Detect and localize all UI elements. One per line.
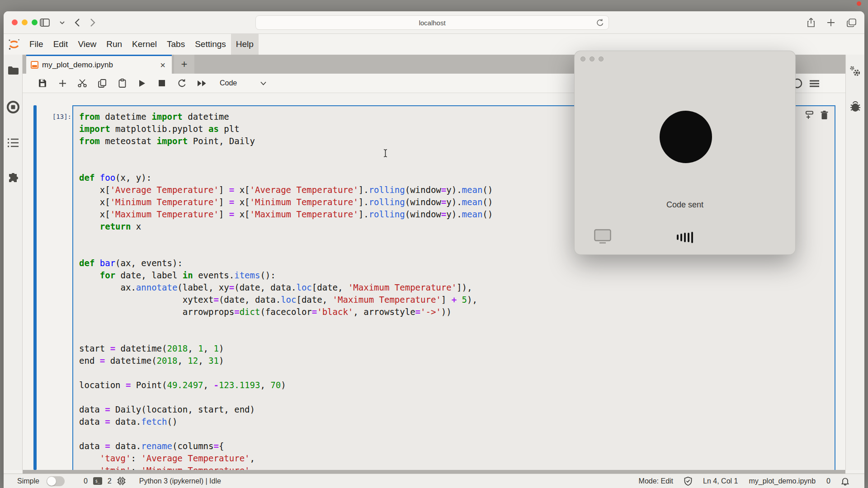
property-inspector-icon[interactable] xyxy=(846,66,864,77)
run-all-icon[interactable] xyxy=(192,80,212,87)
code-line: end = datetime(2018, 12, 31) xyxy=(79,355,835,367)
chevron-down-icon xyxy=(260,81,266,85)
simple-mode-toggle[interactable] xyxy=(47,476,65,486)
notification-count: 0 xyxy=(826,477,830,485)
tab-overview-icon[interactable] xyxy=(847,19,856,27)
code-line xyxy=(79,330,835,343)
traffic-minimize-icon[interactable] xyxy=(590,56,594,61)
forward-icon[interactable] xyxy=(90,18,95,27)
kernel-status-text[interactable]: Python 3 (ipykernel) | Idle xyxy=(139,477,221,485)
copy-icon[interactable] xyxy=(92,79,112,88)
code-line xyxy=(79,367,835,379)
cut-icon[interactable] xyxy=(72,79,92,87)
code-line: start = datetime(2018, 1, 1) xyxy=(79,343,835,355)
sidebar-toggle-icon[interactable] xyxy=(40,19,50,27)
menu-settings[interactable]: Settings xyxy=(190,34,231,55)
overlay-traffic-lights xyxy=(580,56,604,61)
code-line: ax.annotate(label, xy=(date, data.loc[da… xyxy=(79,282,835,294)
bell-icon[interactable] xyxy=(841,477,849,486)
add-cell-icon[interactable] xyxy=(52,80,72,87)
browser-toolbar: localhost xyxy=(4,11,864,34)
simple-mode-label: Simple xyxy=(17,477,39,485)
menu-items: FileEditViewRunKernelTabsSettingsHelp xyxy=(24,34,259,55)
address-bar[interactable]: localhost xyxy=(255,15,609,30)
monitor-icon[interactable] xyxy=(594,229,611,244)
paste-icon[interactable] xyxy=(112,79,132,88)
mode-indicator: Mode: Edit xyxy=(639,477,673,485)
statusbar: Simple 0 $_ 2 Python 3 (ipykernel) | xyxy=(4,474,864,488)
menu-view[interactable]: View xyxy=(73,34,101,55)
right-sidebar xyxy=(845,55,864,470)
horizontal-scrollbar[interactable] xyxy=(23,470,845,474)
status-circle xyxy=(660,111,712,163)
debugger-icon[interactable] xyxy=(846,101,864,113)
code-line xyxy=(79,428,835,440)
cell-collapser[interactable] xyxy=(33,105,37,470)
cell-type-dropdown[interactable]: Code xyxy=(220,79,266,87)
code-line: 'tavg': 'Average Temperature', xyxy=(79,452,835,465)
notebook-tab[interactable]: my_plot_demo.ipynb × xyxy=(26,55,172,74)
insert-cell-icon[interactable] xyxy=(804,111,813,119)
traffic-zoom-icon[interactable] xyxy=(599,56,604,61)
overlay-status-text: Code sent xyxy=(575,200,795,210)
close-icon[interactable]: × xyxy=(158,61,167,70)
code-sent-overlay-window: Code sent xyxy=(574,51,796,255)
cell-type-label: Code xyxy=(220,79,237,87)
text-cursor-icon xyxy=(383,149,387,157)
back-icon[interactable] xyxy=(75,18,80,27)
terminal-icon: $_ xyxy=(93,477,102,485)
running-sessions-icon[interactable] xyxy=(4,101,23,113)
code-line: data = Daily(location, start, end) xyxy=(79,404,835,416)
hamburger-icon[interactable] xyxy=(810,80,819,87)
delete-cell-icon[interactable] xyxy=(821,111,828,119)
traffic-lights xyxy=(12,19,38,25)
menu-file[interactable]: File xyxy=(24,34,48,55)
code-line: arrowprops=dict(facecolor='black', arrow… xyxy=(79,306,835,318)
code-line xyxy=(79,391,835,404)
menu-run[interactable]: Run xyxy=(101,34,127,55)
execution-count: [13]: xyxy=(46,113,71,120)
notebook-tab-title: my_plot_demo.ipynb xyxy=(42,61,155,70)
traffic-close-icon[interactable] xyxy=(12,19,18,25)
extensions-icon[interactable] xyxy=(4,173,23,185)
save-icon[interactable] xyxy=(33,79,52,87)
code-line: location = Point(49.2497, -123.1193, 70) xyxy=(79,379,835,391)
kernel-chip-icon xyxy=(117,477,126,485)
left-sidebar xyxy=(4,55,23,470)
menu-help[interactable]: Help xyxy=(231,34,259,55)
traffic-close-icon[interactable] xyxy=(580,56,585,61)
code-line: def bar(ax, events): xyxy=(79,257,835,269)
new-tab-icon[interactable] xyxy=(827,19,835,27)
code-line: data = data.fetch() xyxy=(79,416,835,428)
traffic-minimize-icon[interactable] xyxy=(22,19,28,25)
desktop: localhost xyxy=(0,0,868,488)
code-line: for date, label in events.items(): xyxy=(79,269,835,282)
folder-icon[interactable] xyxy=(4,66,23,75)
add-tab-button[interactable]: + xyxy=(174,55,194,74)
notebook-icon xyxy=(31,61,38,69)
shield-check-icon xyxy=(684,477,692,486)
menu-kernel[interactable]: Kernel xyxy=(127,34,162,55)
toc-icon[interactable] xyxy=(4,138,23,148)
code-line xyxy=(79,318,835,330)
code-line: 'tmin': 'Minimum Temperature', xyxy=(79,465,835,470)
chevron-down-icon[interactable] xyxy=(60,21,65,24)
terminal-count: 0 xyxy=(84,477,88,485)
menu-tabs[interactable]: Tabs xyxy=(162,34,190,55)
menu-edit[interactable]: Edit xyxy=(48,34,73,55)
statusbar-filename: my_plot_demo.ipynb xyxy=(749,477,816,485)
waveform-icon xyxy=(677,231,693,244)
url-text: localhost xyxy=(419,19,445,27)
jupyter-logo xyxy=(4,34,24,55)
cursor-position[interactable]: Ln 4, Col 1 xyxy=(703,477,738,485)
reload-icon[interactable] xyxy=(596,19,604,27)
restart-icon[interactable] xyxy=(172,79,192,88)
recording-dot xyxy=(857,1,861,6)
share-icon[interactable] xyxy=(807,18,815,28)
traffic-zoom-icon[interactable] xyxy=(32,19,38,25)
code-line: xytext=(date, data.loc[date, 'Maximum Te… xyxy=(79,294,835,306)
kernel-count: 2 xyxy=(108,477,112,485)
run-icon[interactable] xyxy=(132,80,152,87)
code-line: data = data.rename(columns={ xyxy=(79,440,835,452)
stop-icon[interactable] xyxy=(152,80,172,86)
